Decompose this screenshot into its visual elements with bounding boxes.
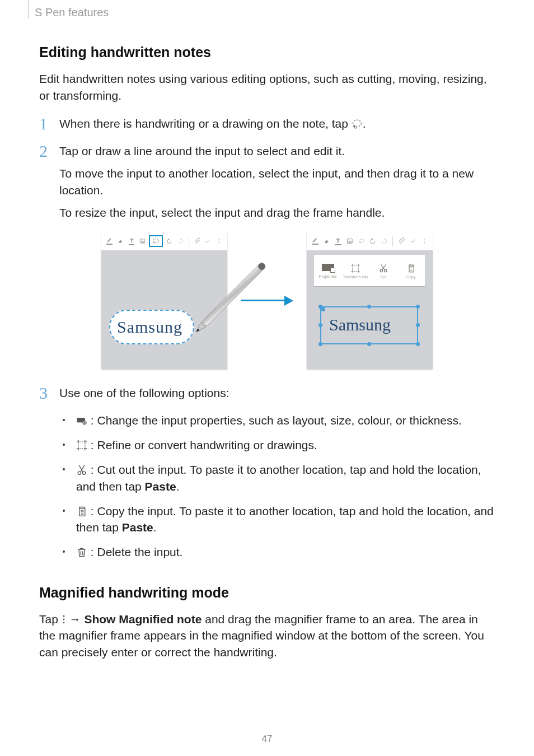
svg-rect-10 xyxy=(201,262,266,327)
svg-point-33 xyxy=(63,618,64,620)
scissors-icon xyxy=(76,464,87,475)
svg-point-7 xyxy=(219,239,220,240)
eraser-icon xyxy=(118,237,124,245)
handwriting-sample: Samsung xyxy=(329,313,391,337)
selection-box: Samsung xyxy=(320,306,418,344)
text-icon xyxy=(129,237,135,245)
lasso-tool-selected xyxy=(149,235,163,247)
properties-icon xyxy=(76,415,87,426)
section-title-magnified: Magnified handwriting mode xyxy=(39,583,495,603)
svg-point-18 xyxy=(359,242,360,243)
step-number: 2 xyxy=(39,139,48,164)
context-properties: Properties xyxy=(314,255,342,286)
step-3: 3 Use one of the following options: xyxy=(39,385,495,402)
note-toolbar xyxy=(307,232,433,250)
svg-point-32 xyxy=(63,615,64,617)
step-2: 2 Tap or draw a line around the input to… xyxy=(39,143,495,221)
svg-marker-3 xyxy=(141,241,144,242)
illustration-left: Samsung xyxy=(101,232,227,369)
stylus-illustration xyxy=(179,253,274,348)
context-toolbar: Properties Transform into Cut Copy xyxy=(314,255,425,286)
lasso-select-icon xyxy=(152,237,160,245)
svg-rect-2 xyxy=(140,239,145,243)
check-icon xyxy=(410,237,416,245)
breadcrumb: S Pen features xyxy=(35,4,495,20)
undo-icon xyxy=(369,237,376,245)
bullet-copy: : Copy the input. To paste it to another… xyxy=(59,503,495,536)
redo-icon xyxy=(381,237,388,245)
svg-point-6 xyxy=(153,242,155,244)
svg-point-4 xyxy=(142,240,142,240)
svg-point-8 xyxy=(219,241,220,242)
step-1-text-a: When there is handwriting or a drawing o… xyxy=(59,117,352,130)
svg-point-34 xyxy=(63,622,64,623)
step-2-text-c: To resize the input, select the input an… xyxy=(59,204,495,221)
trash-icon xyxy=(76,547,87,558)
illustration-right: Properties Transform into Cut Copy Samsu… xyxy=(307,232,433,369)
svg-rect-14 xyxy=(347,239,352,244)
copy-icon xyxy=(406,263,416,273)
lasso-select-icon xyxy=(352,118,363,129)
svg-point-19 xyxy=(424,239,425,240)
properties-icon xyxy=(322,264,334,271)
step-1: 1 When there is handwriting or a drawing… xyxy=(39,115,495,132)
svg-point-21 xyxy=(424,242,425,244)
svg-point-9 xyxy=(219,242,220,244)
separator xyxy=(392,236,393,246)
bullet-cut: : Cut out the input. To paste it to anot… xyxy=(59,461,495,495)
attach-icon xyxy=(194,237,200,245)
note-toolbar xyxy=(101,232,227,250)
scissors-icon xyxy=(378,263,388,273)
svg-point-16 xyxy=(349,240,349,240)
magnified-paragraph: Tap → Show Magnified note and drag the m… xyxy=(39,611,495,661)
step-2-text-a: Tap or draw a line around the input to s… xyxy=(59,143,495,160)
header-separator xyxy=(28,0,29,18)
image-icon xyxy=(139,237,146,245)
step-1-text-b: . xyxy=(363,117,366,130)
pen-icon xyxy=(106,236,113,245)
svg-marker-15 xyxy=(348,241,352,242)
more-icon xyxy=(62,614,66,625)
svg-rect-28 xyxy=(78,442,85,449)
context-transform: Transform into xyxy=(342,255,370,286)
handwriting-sample: Samsung xyxy=(117,315,182,339)
context-cut: Cut xyxy=(369,255,397,286)
svg-point-1 xyxy=(353,125,355,127)
context-copy: Copy xyxy=(397,255,425,286)
section-title-editing: Editing handwritten notes xyxy=(39,43,495,63)
redo-icon xyxy=(177,237,184,245)
step-number: 1 xyxy=(39,112,48,136)
transform-icon xyxy=(76,440,87,451)
intro-paragraph: Edit handwritten notes using various edi… xyxy=(39,71,495,104)
step-3-text: Use one of the following options: xyxy=(59,385,495,402)
svg-point-20 xyxy=(424,241,425,242)
image-icon xyxy=(346,237,353,245)
illustration-row: Samsung xyxy=(39,232,495,369)
pen-icon xyxy=(312,236,318,245)
more-icon xyxy=(421,237,428,245)
svg-rect-22 xyxy=(353,265,359,271)
text-icon xyxy=(335,237,341,245)
transform-icon xyxy=(350,263,360,273)
step-2-text-b: To move the input to another location, s… xyxy=(59,165,495,199)
separator xyxy=(189,236,189,246)
copy-icon xyxy=(76,506,87,517)
attach-icon xyxy=(398,237,405,245)
bullet-transform: : Refine or convert handwriting or drawi… xyxy=(59,437,495,454)
bullet-delete: : Delete the input. xyxy=(59,544,495,561)
lasso-select-icon xyxy=(358,237,365,245)
bullet-properties: : Change the input properties, such as l… xyxy=(59,412,495,429)
eraser-icon xyxy=(324,237,330,245)
step-number: 3 xyxy=(39,381,48,405)
lasso-selection: Samsung xyxy=(109,305,202,354)
more-icon xyxy=(216,237,222,245)
undo-icon xyxy=(166,237,172,245)
page-number: 47 xyxy=(0,732,534,746)
check-icon xyxy=(205,237,211,245)
